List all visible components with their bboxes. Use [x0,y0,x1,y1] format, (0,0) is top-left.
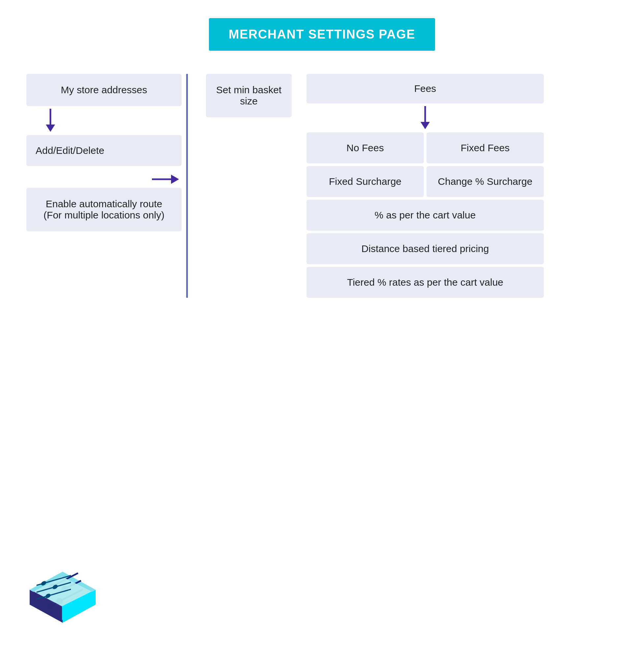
pct-cart-value-box: % as per the cart value [306,200,544,231]
fees-row-1: No Fees Fixed Fees [306,133,544,163]
svg-marker-5 [420,122,430,129]
auto-route-box: Enable automatically route (For multiple… [26,188,182,231]
fees-header-box: Fees [306,74,544,103]
basket-size-box: Set min basket size [206,74,292,117]
store-addresses-box: My store addresses [26,74,182,106]
page-title: MERCHANT SETTINGS PAGE [229,27,415,41]
arrow-down-1 [26,109,182,133]
svg-marker-3 [171,174,179,184]
left-section: My store addresses Add/Edit/Delete [26,74,188,298]
fixed-surcharge-cell: Fixed Surcharge [306,166,424,197]
tiered-pct-box: Tiered % rates as per the cart value [306,267,544,298]
fixed-fees-cell: Fixed Fees [427,133,544,163]
iso-icon-area [26,550,99,624]
fees-row-2: Fixed Surcharge Change % Surcharge [306,166,544,197]
change-pct-surcharge-cell: Change % Surcharge [427,166,544,197]
mid-col: Set min basket size [188,74,290,298]
no-fees-cell: No Fees [306,133,424,163]
svg-marker-1 [46,124,55,132]
distance-tiered-box: Distance based tiered pricing [306,233,544,264]
arrow-right-1 [26,173,182,185]
right-col: Fees No Fees Fixed Fees Fixed Surcharge [290,74,618,298]
add-edit-delete-box: Add/Edit/Delete [26,135,182,166]
fees-arrow-down [306,106,544,130]
page-title-bar: MERCHANT SETTINGS PAGE [209,18,435,51]
settings-isometric-icon [26,550,99,623]
left-boxes: My store addresses Add/Edit/Delete [26,74,182,298]
